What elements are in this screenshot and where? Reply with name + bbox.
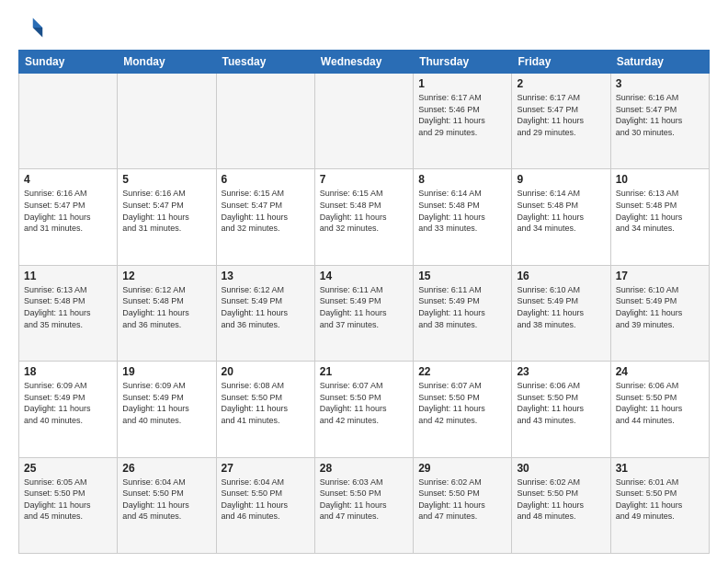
calendar-week-row: 4Sunrise: 6:16 AM Sunset: 5:47 PM Daylig… <box>19 169 710 265</box>
calendar-week-row: 1Sunrise: 6:17 AM Sunset: 5:46 PM Daylig… <box>19 74 710 169</box>
weekday-header: Monday <box>118 51 216 74</box>
day-number: 16 <box>517 270 605 282</box>
calendar-header-row: SundayMondayTuesdayWednesdayThursdayFrid… <box>19 51 710 74</box>
calendar-cell <box>314 74 413 169</box>
day-info: Sunrise: 6:13 AM Sunset: 5:48 PM Dayligh… <box>24 284 112 330</box>
day-number: 25 <box>24 462 112 475</box>
logo <box>18 15 48 40</box>
weekday-header: Tuesday <box>216 51 314 74</box>
day-info: Sunrise: 6:14 AM Sunset: 5:48 PM Dayligh… <box>418 188 506 234</box>
calendar-cell: 16Sunrise: 6:10 AM Sunset: 5:49 PM Dayli… <box>512 265 610 361</box>
day-info: Sunrise: 6:07 AM Sunset: 5:50 PM Dayligh… <box>320 380 408 426</box>
day-info: Sunrise: 6:08 AM Sunset: 5:50 PM Dayligh… <box>222 380 310 426</box>
calendar-cell: 31Sunrise: 6:01 AM Sunset: 5:50 PM Dayli… <box>610 457 709 553</box>
day-number: 21 <box>320 365 408 378</box>
calendar-cell: 22Sunrise: 6:07 AM Sunset: 5:50 PM Dayli… <box>414 362 512 457</box>
day-number: 6 <box>222 173 310 186</box>
svg-marker-0 <box>33 18 43 29</box>
calendar-cell: 24Sunrise: 6:06 AM Sunset: 5:50 PM Dayli… <box>610 362 709 457</box>
day-number: 30 <box>517 462 605 475</box>
calendar-cell: 5Sunrise: 6:16 AM Sunset: 5:47 PM Daylig… <box>118 169 216 265</box>
calendar-cell: 1Sunrise: 6:17 AM Sunset: 5:46 PM Daylig… <box>414 74 512 169</box>
day-number: 1 <box>418 77 506 90</box>
day-number: 27 <box>222 462 310 475</box>
header <box>18 15 710 40</box>
day-info: Sunrise: 6:11 AM Sunset: 5:49 PM Dayligh… <box>320 284 408 330</box>
day-number: 10 <box>616 173 704 186</box>
calendar-cell: 13Sunrise: 6:12 AM Sunset: 5:49 PM Dayli… <box>216 265 314 361</box>
day-number: 9 <box>517 173 605 186</box>
calendar-cell <box>216 74 314 169</box>
logo-icon <box>18 15 44 40</box>
day-info: Sunrise: 6:09 AM Sunset: 5:49 PM Dayligh… <box>122 380 210 426</box>
calendar-cell: 21Sunrise: 6:07 AM Sunset: 5:50 PM Dayli… <box>314 362 413 457</box>
day-info: Sunrise: 6:16 AM Sunset: 5:47 PM Dayligh… <box>24 188 112 234</box>
day-info: Sunrise: 6:02 AM Sunset: 5:50 PM Dayligh… <box>517 477 605 523</box>
day-info: Sunrise: 6:17 AM Sunset: 5:47 PM Dayligh… <box>517 92 605 138</box>
weekday-header: Wednesday <box>314 51 413 74</box>
day-number: 4 <box>24 173 112 186</box>
calendar-cell: 29Sunrise: 6:02 AM Sunset: 5:50 PM Dayli… <box>414 457 512 553</box>
day-info: Sunrise: 6:04 AM Sunset: 5:50 PM Dayligh… <box>222 477 310 523</box>
day-info: Sunrise: 6:14 AM Sunset: 5:48 PM Dayligh… <box>517 188 605 234</box>
day-info: Sunrise: 6:15 AM Sunset: 5:47 PM Dayligh… <box>222 188 310 234</box>
page: SundayMondayTuesdayWednesdayThursdayFrid… <box>0 0 728 563</box>
calendar-week-row: 25Sunrise: 6:05 AM Sunset: 5:50 PM Dayli… <box>19 457 710 553</box>
day-info: Sunrise: 6:17 AM Sunset: 5:46 PM Dayligh… <box>418 92 506 138</box>
day-number: 19 <box>122 365 210 378</box>
calendar-cell <box>19 74 118 169</box>
calendar-cell: 10Sunrise: 6:13 AM Sunset: 5:48 PM Dayli… <box>610 169 709 265</box>
calendar-cell: 18Sunrise: 6:09 AM Sunset: 5:49 PM Dayli… <box>19 362 118 457</box>
day-info: Sunrise: 6:10 AM Sunset: 5:49 PM Dayligh… <box>616 284 704 330</box>
calendar-cell: 17Sunrise: 6:10 AM Sunset: 5:49 PM Dayli… <box>610 265 709 361</box>
day-info: Sunrise: 6:06 AM Sunset: 5:50 PM Dayligh… <box>616 380 704 426</box>
calendar-cell: 30Sunrise: 6:02 AM Sunset: 5:50 PM Dayli… <box>512 457 610 553</box>
day-info: Sunrise: 6:04 AM Sunset: 5:50 PM Dayligh… <box>122 477 210 523</box>
svg-marker-1 <box>33 28 43 38</box>
day-info: Sunrise: 6:12 AM Sunset: 5:48 PM Dayligh… <box>122 284 210 330</box>
day-info: Sunrise: 6:03 AM Sunset: 5:50 PM Dayligh… <box>320 477 408 523</box>
day-info: Sunrise: 6:12 AM Sunset: 5:49 PM Dayligh… <box>222 284 310 330</box>
weekday-header: Thursday <box>414 51 512 74</box>
day-number: 17 <box>616 270 704 282</box>
calendar-cell: 2Sunrise: 6:17 AM Sunset: 5:47 PM Daylig… <box>512 74 610 169</box>
day-info: Sunrise: 6:13 AM Sunset: 5:48 PM Dayligh… <box>616 188 704 234</box>
weekday-header: Saturday <box>610 51 709 74</box>
day-number: 23 <box>517 365 605 378</box>
calendar-cell: 9Sunrise: 6:14 AM Sunset: 5:48 PM Daylig… <box>512 169 610 265</box>
day-number: 14 <box>320 270 408 282</box>
calendar-cell: 4Sunrise: 6:16 AM Sunset: 5:47 PM Daylig… <box>19 169 118 265</box>
calendar-cell: 6Sunrise: 6:15 AM Sunset: 5:47 PM Daylig… <box>216 169 314 265</box>
day-info: Sunrise: 6:10 AM Sunset: 5:49 PM Dayligh… <box>517 284 605 330</box>
day-number: 29 <box>418 462 506 475</box>
day-info: Sunrise: 6:06 AM Sunset: 5:50 PM Dayligh… <box>517 380 605 426</box>
day-info: Sunrise: 6:11 AM Sunset: 5:49 PM Dayligh… <box>418 284 506 330</box>
calendar-cell: 7Sunrise: 6:15 AM Sunset: 5:48 PM Daylig… <box>314 169 413 265</box>
day-number: 5 <box>122 173 210 186</box>
calendar-week-row: 11Sunrise: 6:13 AM Sunset: 5:48 PM Dayli… <box>19 265 710 361</box>
day-info: Sunrise: 6:01 AM Sunset: 5:50 PM Dayligh… <box>616 477 704 523</box>
day-number: 11 <box>24 270 112 282</box>
day-number: 15 <box>418 270 506 282</box>
day-info: Sunrise: 6:02 AM Sunset: 5:50 PM Dayligh… <box>418 477 506 523</box>
day-info: Sunrise: 6:15 AM Sunset: 5:48 PM Dayligh… <box>320 188 408 234</box>
calendar-table: SundayMondayTuesdayWednesdayThursdayFrid… <box>18 50 710 554</box>
day-number: 24 <box>616 365 704 378</box>
calendar-cell: 25Sunrise: 6:05 AM Sunset: 5:50 PM Dayli… <box>19 457 118 553</box>
calendar-cell: 8Sunrise: 6:14 AM Sunset: 5:48 PM Daylig… <box>414 169 512 265</box>
day-info: Sunrise: 6:09 AM Sunset: 5:49 PM Dayligh… <box>24 380 112 426</box>
day-number: 3 <box>616 77 704 90</box>
calendar-cell: 12Sunrise: 6:12 AM Sunset: 5:48 PM Dayli… <box>118 265 216 361</box>
weekday-header: Sunday <box>19 51 118 74</box>
day-info: Sunrise: 6:07 AM Sunset: 5:50 PM Dayligh… <box>418 380 506 426</box>
day-number: 26 <box>122 462 210 475</box>
calendar-week-row: 18Sunrise: 6:09 AM Sunset: 5:49 PM Dayli… <box>19 362 710 457</box>
day-info: Sunrise: 6:16 AM Sunset: 5:47 PM Dayligh… <box>616 92 704 138</box>
day-number: 13 <box>222 270 310 282</box>
calendar-cell: 15Sunrise: 6:11 AM Sunset: 5:49 PM Dayli… <box>414 265 512 361</box>
calendar-cell: 27Sunrise: 6:04 AM Sunset: 5:50 PM Dayli… <box>216 457 314 553</box>
day-number: 2 <box>517 77 605 90</box>
calendar-cell <box>118 74 216 169</box>
day-number: 18 <box>24 365 112 378</box>
calendar-cell: 14Sunrise: 6:11 AM Sunset: 5:49 PM Dayli… <box>314 265 413 361</box>
